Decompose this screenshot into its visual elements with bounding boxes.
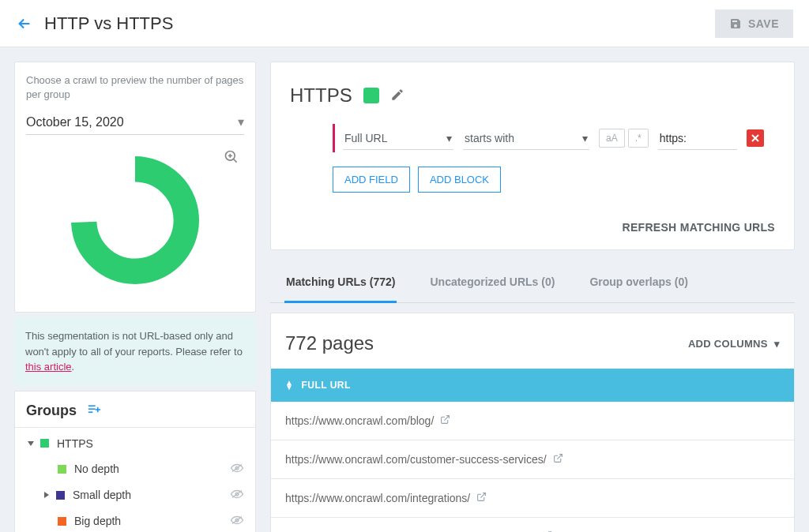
subgroup-no-depth[interactable]: No depth bbox=[15, 456, 255, 482]
save-button-label: SAVE bbox=[748, 17, 779, 30]
groups-title: Groups bbox=[26, 403, 77, 419]
results-tabs: Matching URLs (772) Uncategorized URLs (… bbox=[270, 263, 795, 303]
group-label: HTTPS bbox=[57, 437, 244, 450]
zoom-icon[interactable] bbox=[224, 149, 239, 167]
filter-field-select[interactable]: Full URL bbox=[343, 127, 453, 150]
group-label: No depth bbox=[74, 463, 230, 475]
info-box: This segmentation is not URL-based only … bbox=[14, 317, 256, 386]
segment-color-swatch bbox=[363, 88, 379, 103]
table-row[interactable]: https://www.oncrawl.com/integrations/ bbox=[271, 479, 794, 518]
crawl-hint: Choose a crawl to preview the number of … bbox=[26, 73, 244, 102]
group-https[interactable]: HTTPS bbox=[15, 431, 255, 456]
regex-toggle[interactable]: .* bbox=[628, 129, 649, 148]
filter-operator-value: starts with bbox=[465, 132, 514, 144]
save-button[interactable]: SAVE bbox=[715, 9, 793, 38]
chevron-down-icon bbox=[582, 132, 588, 144]
filter-row: Full URL starts with aA .* bbox=[290, 124, 775, 152]
results-panel: 772 pages ADD COLUMNS ▲▼ FULL URL https:… bbox=[270, 313, 795, 532]
add-field-button[interactable]: ADD FIELD bbox=[333, 167, 410, 193]
svg-line-25 bbox=[481, 493, 486, 498]
visibility-off-icon[interactable] bbox=[230, 489, 244, 502]
group-label: Small depth bbox=[73, 489, 230, 501]
segment-title: HTTPS bbox=[290, 84, 352, 107]
case-sensitive-toggle[interactable]: aA bbox=[599, 129, 625, 148]
filter-operator-select[interactable]: starts with bbox=[463, 127, 589, 150]
color-swatch bbox=[56, 491, 65, 500]
column-header-label: FULL URL bbox=[301, 380, 350, 391]
visibility-off-icon[interactable] bbox=[230, 515, 244, 528]
groups-panel: Groups HTTPS No depth bbox=[14, 391, 256, 532]
subgroup-big-depth[interactable]: Big depth bbox=[15, 508, 255, 532]
top-bar: HTTP vs HTTPS SAVE bbox=[0, 0, 809, 47]
add-columns-label: ADD COLUMNS bbox=[688, 338, 768, 350]
crawl-preview-panel: Choose a crawl to preview the number of … bbox=[14, 62, 256, 313]
back-arrow-icon[interactable] bbox=[16, 15, 33, 32]
page-title: HTTP vs HTTPS bbox=[44, 13, 173, 34]
external-link-icon[interactable] bbox=[476, 492, 487, 504]
crawl-date-select[interactable]: October 15, 2020 bbox=[26, 110, 244, 135]
filter-field-value: Full URL bbox=[344, 132, 387, 144]
add-group-icon[interactable] bbox=[86, 403, 102, 418]
group-label: Big depth bbox=[74, 515, 230, 527]
close-icon bbox=[751, 133, 760, 143]
chevron-down-icon bbox=[446, 132, 452, 144]
expand-icon[interactable] bbox=[42, 491, 51, 499]
table-row[interactable]: https://www.oncrawl.com/blog/ bbox=[271, 402, 794, 440]
visibility-off-icon[interactable] bbox=[230, 463, 244, 476]
filter-marker bbox=[333, 124, 335, 152]
color-swatch bbox=[58, 465, 66, 474]
url-cell: https://www.oncrawl.com/blog/ bbox=[285, 414, 434, 427]
svg-line-1 bbox=[234, 159, 237, 163]
donut-chart bbox=[64, 149, 206, 291]
svg-line-24 bbox=[557, 455, 562, 459]
url-cell: https://www.oncrawl.com/integrations/ bbox=[285, 492, 470, 504]
add-columns-button[interactable]: ADD COLUMNS bbox=[688, 338, 780, 350]
remove-filter-button[interactable] bbox=[747, 129, 764, 147]
chevron-down-icon bbox=[774, 338, 780, 350]
table-header[interactable]: ▲▼ FULL URL bbox=[271, 369, 794, 402]
svg-point-4 bbox=[84, 170, 186, 272]
info-article-link[interactable]: this article bbox=[25, 361, 72, 373]
refresh-urls-button[interactable]: REFRESH MATCHING URLS bbox=[623, 221, 775, 234]
edit-icon[interactable] bbox=[390, 88, 404, 104]
url-cell: https://www.oncrawl.com/customer-success… bbox=[285, 453, 547, 466]
filter-value-input[interactable] bbox=[658, 127, 737, 150]
tab-matching-urls[interactable]: Matching URLs (772) bbox=[284, 263, 397, 303]
crawl-date-value: October 15, 2020 bbox=[26, 115, 124, 129]
subgroup-small-depth[interactable]: Small depth bbox=[15, 482, 255, 508]
segment-config-panel: HTTPS Full URL starts with aA . bbox=[270, 62, 795, 250]
color-swatch bbox=[40, 439, 49, 448]
add-block-button[interactable]: ADD BLOCK bbox=[418, 167, 501, 193]
table-row[interactable]: https://www.oncrawl.com/customer-success… bbox=[271, 440, 794, 479]
svg-line-23 bbox=[445, 416, 450, 421]
results-count: 772 pages bbox=[285, 332, 374, 354]
collapse-icon[interactable] bbox=[26, 440, 36, 448]
external-link-icon[interactable] bbox=[440, 414, 450, 427]
tab-uncategorized-urls[interactable]: Uncategorized URLs (0) bbox=[428, 263, 556, 303]
external-link-icon[interactable] bbox=[553, 453, 563, 466]
table-row[interactable]: https://www.oncrawl.com/oncrawl-agency-p… bbox=[271, 518, 794, 532]
sort-icon[interactable]: ▲▼ bbox=[285, 380, 293, 390]
color-swatch bbox=[58, 517, 66, 526]
tab-group-overlaps[interactable]: Group overlaps (0) bbox=[588, 263, 689, 303]
save-icon bbox=[729, 17, 742, 30]
chevron-down-icon bbox=[238, 114, 244, 129]
